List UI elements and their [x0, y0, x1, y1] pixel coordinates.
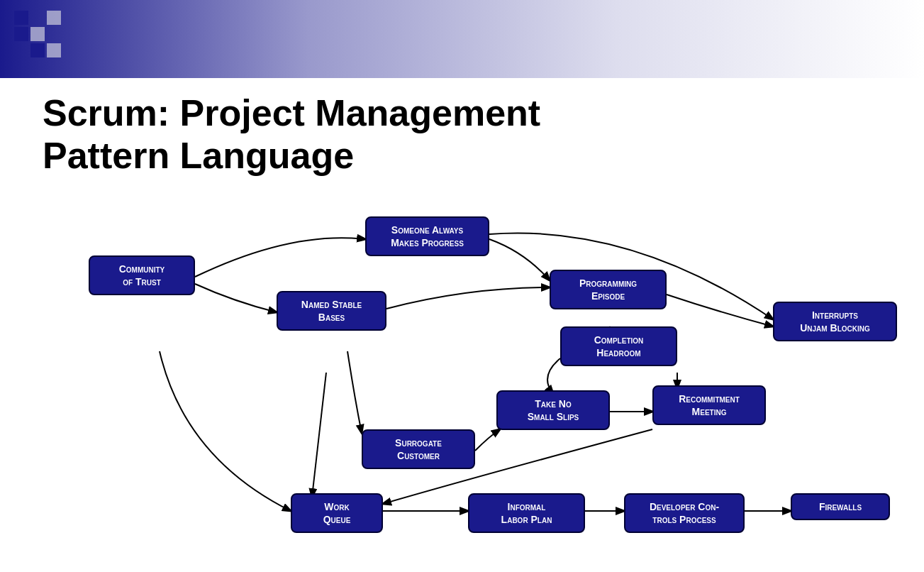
header-bar	[0, 0, 924, 78]
node-programming: ProgrammingEpisode	[550, 270, 667, 309]
node-informal: InformalLabor Plan	[468, 493, 585, 533]
node-community: Communityof Trust	[89, 255, 195, 295]
logo-tiles	[14, 11, 61, 57]
node-completion: CompletionHeadroom	[560, 326, 677, 366]
node-named: Named StableBases	[277, 291, 386, 331]
node-surrogate: SurrogateCustomer	[362, 429, 475, 469]
diagram: Communityof Trust Someone AlwaysMakes Pr…	[43, 209, 908, 557]
node-firewalls: Firewalls	[791, 493, 890, 520]
node-someone: Someone AlwaysMakes Progress	[365, 216, 489, 256]
node-developer: Developer Con-trols Process	[624, 493, 745, 533]
node-interrupts: InterruptsUnjam Blocking	[773, 302, 897, 341]
node-work: WorkQueue	[291, 493, 383, 533]
node-recommitment: RecommitmentMeeting	[652, 385, 766, 425]
node-take: Take NoSmall Slips	[496, 390, 610, 430]
main-title: Scrum: Project Management Pattern Langua…	[43, 92, 540, 177]
